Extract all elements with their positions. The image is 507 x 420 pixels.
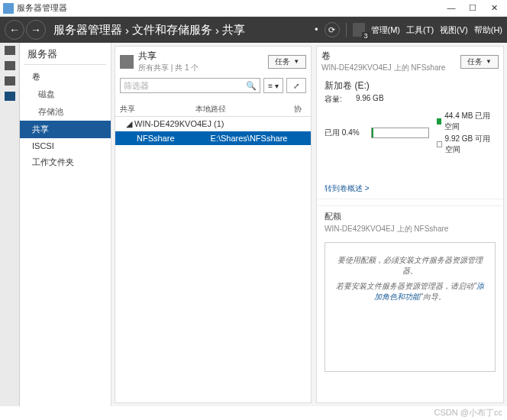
- sidebar-item-workfolders[interactable]: 工作文件夹: [20, 153, 111, 171]
- server-group-row[interactable]: ◢ WIN-DE429KVO4EJ (1): [115, 117, 311, 131]
- app-icon: [3, 3, 14, 14]
- volume-tasks-button[interactable]: 任务: [460, 55, 499, 69]
- legend-used-swatch: [437, 118, 442, 124]
- header-bar: ← → 服务器管理器 › 文件和存储服务 › 共享 • ⟳ 管理(M) 工具(T…: [0, 17, 507, 43]
- sidebar: 服务器 卷 磁盘 存储池 共享 ISCSI 工作文件夹: [20, 43, 111, 406]
- title-bar: 服务器管理器 — ☐ ✕: [0, 0, 507, 17]
- nav-all-icon[interactable]: [5, 76, 15, 86]
- view-options-button[interactable]: ≡ ▾: [263, 78, 283, 93]
- sidebar-item-volumes[interactable]: 卷: [20, 68, 111, 86]
- col-share[interactable]: 共享: [120, 104, 195, 115]
- nav-storage-icon[interactable]: [5, 92, 15, 101]
- nav-local-icon[interactable]: [5, 61, 15, 70]
- legend-free: 9.92 GB 可用空间: [445, 134, 496, 155]
- header-right: • ⟳ 管理(M) 工具(T) 视图(V) 帮助(H): [315, 22, 502, 37]
- shares-pane: 共享 所有共享 | 共 1 个 任务 筛选器 🔍 ≡ ▾ ⤢ 共享 本地路径 协: [115, 46, 312, 403]
- col-protocol[interactable]: 协: [294, 104, 306, 115]
- quota-msg2: 若要安装文件服务器资源管理器，请启动"添加角色和功能"向导。: [333, 281, 487, 302]
- shares-tasks-button[interactable]: 任务: [268, 55, 306, 69]
- refresh-icon[interactable]: ⟳: [325, 22, 340, 37]
- watermark: CSDN @小布丁cc: [434, 407, 502, 418]
- server-name: WIN-DE429KVO4EJ (1): [134, 119, 224, 128]
- sidebar-item-disks[interactable]: 磁盘: [20, 86, 111, 103]
- filter-placeholder: 筛选器: [124, 80, 149, 92]
- sidebar-separator: [24, 64, 106, 65]
- share-name: NFSshare: [137, 134, 211, 143]
- share-row-selected[interactable]: NFSshare E:\Shares\NFSshare: [115, 131, 311, 145]
- crumb-sep: ›: [215, 24, 219, 37]
- menu-manage[interactable]: 管理(M): [371, 24, 401, 36]
- volume-subtitle: WIN-DE429KVO4EJ 上的 NFSshare: [321, 63, 456, 73]
- menu-view[interactable]: 视图(V): [440, 24, 468, 36]
- sidebar-item-pools[interactable]: 存储池: [20, 103, 111, 121]
- window-buttons: — ☐ ✕: [446, 3, 504, 13]
- crumb-shares[interactable]: 共享: [222, 23, 245, 37]
- minimize-button[interactable]: —: [446, 3, 457, 13]
- used-label: 已用 0.4%: [325, 128, 363, 138]
- volume-title: 卷: [321, 50, 456, 63]
- capacity-label: 容量:: [325, 94, 342, 105]
- crumb-sep: ›: [125, 24, 129, 37]
- divider: [346, 23, 347, 37]
- back-button[interactable]: ←: [5, 20, 24, 40]
- maximize-button[interactable]: ☐: [467, 3, 478, 13]
- breadcrumb: 服务器管理器 › 文件和存储服务 › 共享: [53, 23, 315, 37]
- shares-title: 共享: [138, 50, 263, 63]
- notifications-flag-icon[interactable]: [353, 23, 365, 37]
- quota-section: 配额 WIN-DE429KVO4EJ 上的 NFSshare 要使用配额，必须安…: [317, 199, 503, 376]
- goto-volumes-link[interactable]: 转到卷概述 >: [325, 183, 370, 194]
- list-header: 共享 本地路径 协: [115, 101, 311, 117]
- collapse-arrow-icon[interactable]: ◢: [126, 119, 132, 129]
- capacity-value: 9.96 GB: [356, 94, 384, 105]
- volume-section: 卷 WIN-DE429KVO4EJ 上的 NFSshare 任务 新加卷 (E:…: [317, 47, 503, 199]
- col-path[interactable]: 本地路径: [195, 104, 294, 115]
- details-pane: 卷 WIN-DE429KVO4EJ 上的 NFSshare 任务 新加卷 (E:…: [316, 46, 504, 403]
- sidebar-item-iscsi[interactable]: ISCSI: [20, 138, 111, 153]
- shares-list: ◢ WIN-DE429KVO4EJ (1) NFSshare E:\Shares…: [115, 117, 311, 402]
- usage-fill: [372, 128, 373, 137]
- search-row: 筛选器 🔍 ≡ ▾ ⤢: [115, 75, 311, 96]
- content: 共享 所有共享 | 共 1 个 任务 筛选器 🔍 ≡ ▾ ⤢ 共享 本地路径 协: [111, 43, 507, 406]
- shares-header: 共享 所有共享 | 共 1 个 任务: [115, 47, 311, 75]
- menu-tools[interactable]: 工具(T): [406, 24, 434, 36]
- quota-subtitle: WIN-DE429KVO4EJ 上的 NFSshare: [318, 224, 502, 239]
- shares-subtitle: 所有共享 | 共 1 个: [138, 63, 263, 73]
- sidebar-item-shares[interactable]: 共享: [20, 121, 111, 138]
- icon-nav: [0, 43, 20, 406]
- shares-icon: [120, 55, 134, 69]
- quota-title: 配额: [318, 205, 502, 224]
- legend-used: 44.4 MB 已用空间: [444, 111, 496, 132]
- filter-input[interactable]: 筛选器 🔍: [120, 78, 260, 93]
- forward-button[interactable]: →: [26, 20, 46, 40]
- crumb-root[interactable]: 服务器管理器: [53, 23, 122, 37]
- legend: 44.4 MB 已用空间 9.92 GB 可用空间: [437, 111, 496, 155]
- quota-message-box: 要使用配额，必须安装文件服务器资源管理器。 若要安装文件服务器资源管理器，请启动…: [325, 242, 496, 372]
- close-button[interactable]: ✕: [489, 3, 499, 13]
- volume-name: 新加卷 (E:): [325, 79, 496, 92]
- menu-help[interactable]: 帮助(H): [474, 24, 502, 36]
- share-path: E:\Shares\NFSshare: [211, 134, 307, 143]
- legend-free-swatch: [437, 141, 442, 147]
- sidebar-title[interactable]: 服务器: [20, 43, 111, 63]
- main-area: 服务器 卷 磁盘 存储池 共享 ISCSI 工作文件夹 共享 所有共享 | 共 …: [0, 43, 507, 406]
- expand-button[interactable]: ⤢: [286, 78, 306, 93]
- usage-bar: [371, 128, 429, 138]
- quota-msg1: 要使用配额，必须安装文件服务器资源管理器。: [333, 255, 487, 276]
- nav-dashboard-icon[interactable]: [5, 46, 15, 55]
- crumb-service[interactable]: 文件和存储服务: [132, 23, 212, 37]
- search-icon[interactable]: 🔍: [246, 81, 257, 91]
- window-title: 服务器管理器: [17, 2, 446, 14]
